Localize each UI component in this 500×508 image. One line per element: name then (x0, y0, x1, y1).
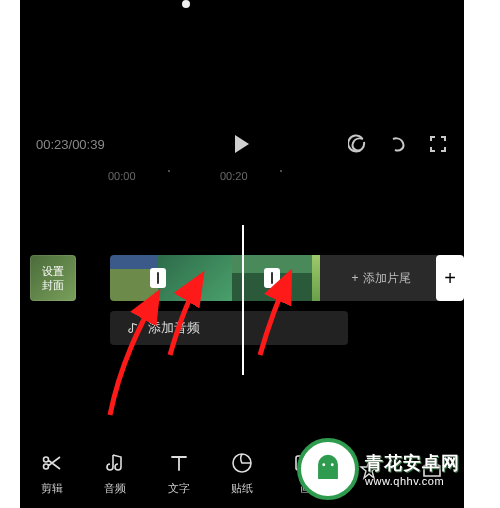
tool-text[interactable]: 文字 (150, 451, 208, 496)
dot-icon (182, 0, 190, 8)
transition-button-2[interactable] (264, 268, 280, 288)
tool-audio[interactable]: 音频 (86, 451, 144, 496)
scissors-icon (40, 451, 64, 475)
transition-button-1[interactable] (150, 268, 166, 288)
watermark-url: www.qhhv.com (365, 475, 460, 487)
ruler-mark-1: 00:20 (220, 170, 248, 182)
add-clip-button[interactable]: + (436, 255, 464, 301)
add-audio-label: 添加音频 (148, 319, 200, 337)
plus-icon: + (444, 267, 456, 290)
plus-icon: + (351, 271, 358, 285)
add-audio-button[interactable]: 添加音频 (110, 311, 348, 345)
redo-button[interactable] (388, 134, 408, 154)
tool-cut[interactable]: 剪辑 (23, 451, 81, 496)
ruler-mark-0: 00:00 (108, 170, 136, 182)
play-button[interactable] (235, 135, 249, 153)
tool-cut-label: 剪辑 (41, 481, 63, 496)
ruler-tick (168, 170, 170, 172)
watermark-logo (297, 438, 359, 500)
add-ending-button[interactable]: + 添加片尾 (320, 255, 442, 301)
set-cover-button[interactable]: 设置 封面 (30, 255, 76, 301)
play-icon (235, 135, 249, 153)
sticker-icon (230, 451, 254, 475)
text-icon (167, 451, 191, 475)
undo-button[interactable] (348, 134, 368, 154)
tool-sticker[interactable]: 贴纸 (213, 451, 271, 496)
tool-sticker-label: 贴纸 (231, 481, 253, 496)
add-ending-label: 添加片尾 (363, 270, 411, 287)
time-display: 00:23/00:39 (36, 137, 105, 152)
tool-text-label: 文字 (168, 481, 190, 496)
playhead[interactable] (242, 225, 244, 375)
time-ruler[interactable]: 00:00 00:20 (20, 168, 464, 188)
music-icon (103, 451, 127, 475)
watermark: 青花安卓网 www.qhhv.com (297, 438, 460, 500)
video-editor-app: 00:23/00:39 00:00 00:20 设置 封面 (20, 0, 464, 508)
music-note-icon (128, 322, 140, 334)
cover-label-2: 封面 (42, 278, 64, 292)
tool-audio-label: 音频 (104, 481, 126, 496)
player-bar: 00:23/00:39 (20, 128, 464, 160)
android-icon (311, 452, 345, 486)
watermark-brand: 青花安卓网 (365, 451, 460, 475)
svg-point-3 (331, 463, 334, 466)
top-indicator (182, 0, 190, 8)
clip-2[interactable] (158, 255, 232, 301)
cover-label-1: 设置 (42, 264, 64, 278)
fullscreen-button[interactable] (428, 134, 448, 154)
timeline[interactable]: 设置 封面 + 添加片尾 + 添加音频 (20, 245, 464, 375)
svg-point-2 (322, 463, 325, 466)
ruler-tick (280, 170, 282, 172)
